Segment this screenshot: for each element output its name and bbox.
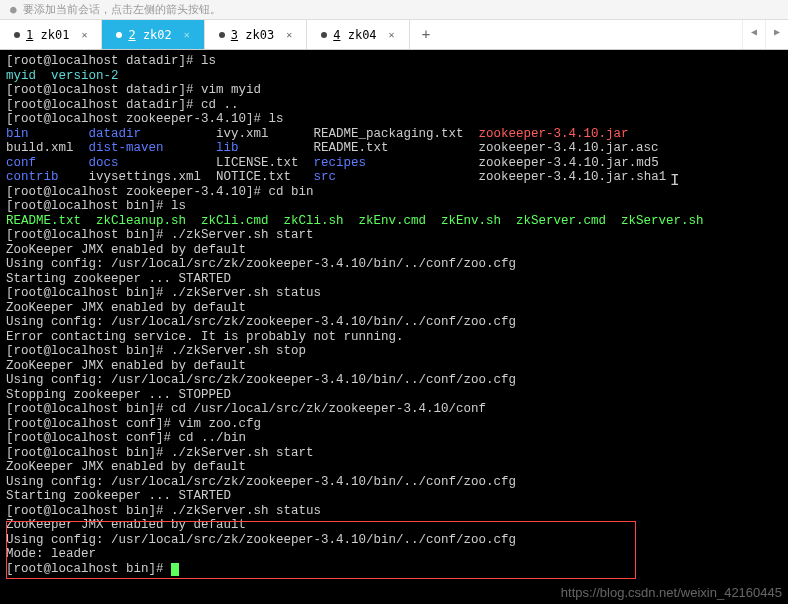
status-dot-icon xyxy=(219,32,225,38)
close-icon[interactable]: ✕ xyxy=(81,29,87,40)
tab-zk02[interactable]: 2 zk02 ✕ xyxy=(102,20,204,49)
terminal-line: [root@localhost conf]# cd ../bin xyxy=(6,431,782,446)
terminal-line: [root@localhost datadir]# cd .. xyxy=(6,98,782,113)
terminal-line: Using config: /usr/local/src/zk/zookeepe… xyxy=(6,373,782,388)
terminal-line: [root@localhost bin]# ls xyxy=(6,199,782,214)
status-dot-icon xyxy=(14,32,20,38)
terminal-line: Error contacting service. It is probably… xyxy=(6,330,782,345)
terminal-line: myid version-2 xyxy=(6,69,782,84)
terminal-line: ZooKeeper JMX enabled by default xyxy=(6,301,782,316)
close-icon[interactable]: ✕ xyxy=(286,29,292,40)
terminal-line: [root@localhost bin]# ./zkServer.sh star… xyxy=(6,228,782,243)
terminal-line: [root@localhost bin]# cd /usr/local/src/… xyxy=(6,402,782,417)
terminal-line: [root@localhost bin]# ./zkServer.sh stop xyxy=(6,344,782,359)
terminal-line: Using config: /usr/local/src/zk/zookeepe… xyxy=(6,315,782,330)
tab-prev-button[interactable]: ◀ xyxy=(742,20,765,49)
terminal-line: ZooKeeper JMX enabled by default xyxy=(6,243,782,258)
terminal-line: Using config: /usr/local/src/zk/zookeepe… xyxy=(6,475,782,490)
tab-bar: 1 zk01 ✕ 2 zk02 ✕ 3 zk03 ✕ 4 zk04 ✕ + ◀ … xyxy=(0,20,788,50)
close-icon[interactable]: ✕ xyxy=(389,29,395,40)
status-dot-icon xyxy=(321,32,327,38)
terminal-line: ZooKeeper JMX enabled by default xyxy=(6,460,782,475)
terminal-line: ZooKeeper JMX enabled by default xyxy=(6,359,782,374)
terminal-line: bin datadir ivy.xml README_packaging.txt… xyxy=(6,127,782,142)
watermark: https://blog.csdn.net/weixin_42160445 xyxy=(561,586,782,601)
terminal-line: [root@localhost bin]# ./zkServer.sh stat… xyxy=(6,286,782,301)
terminal-line: [root@localhost datadir]# ls xyxy=(6,54,782,69)
terminal-line: contrib ivysettings.xml NOTICE.txt src z… xyxy=(6,170,782,185)
terminal-line: build.xml dist-maven lib README.txt zook… xyxy=(6,141,782,156)
terminal-line: Mode: leader xyxy=(6,547,782,562)
terminal-line: [root@localhost bin]# xyxy=(6,562,782,577)
tab-next-button[interactable]: ▶ xyxy=(765,20,788,49)
terminal-line: Starting zookeeper ... STARTED xyxy=(6,272,782,287)
terminal-line: Starting zookeeper ... STARTED xyxy=(6,489,782,504)
add-tab-button[interactable]: + xyxy=(410,20,442,49)
tab-zk01[interactable]: 1 zk01 ✕ xyxy=(0,20,102,49)
terminal-line: [root@localhost bin]# ./zkServer.sh stat… xyxy=(6,504,782,519)
terminal-line: README.txt zkCleanup.sh zkCli.cmd zkCli.… xyxy=(6,214,782,229)
terminal-line: [root@localhost datadir]# vim myid xyxy=(6,83,782,98)
tab-label: 3 zk03 xyxy=(231,28,274,42)
terminal-line: conf docs LICENSE.txt recipes zookeeper-… xyxy=(6,156,782,171)
tab-label: 2 zk02 xyxy=(128,28,171,42)
close-icon[interactable]: ✕ xyxy=(184,29,190,40)
terminal-line: [root@localhost bin]# ./zkServer.sh star… xyxy=(6,446,782,461)
terminal-line: [root@localhost zookeeper-3.4.10]# ls xyxy=(6,112,782,127)
tab-nav: ◀ ▶ xyxy=(742,20,788,49)
top-hint-bar: ● 要添加当前会话，点击左侧的箭头按钮。 xyxy=(0,0,788,20)
tab-label: 1 zk01 xyxy=(26,28,69,42)
terminal[interactable]: I https://blog.csdn.net/weixin_42160445 … xyxy=(0,50,788,604)
tab-label: 4 zk04 xyxy=(333,28,376,42)
terminal-line: Using config: /usr/local/src/zk/zookeepe… xyxy=(6,257,782,272)
terminal-line: ZooKeeper JMX enabled by default xyxy=(6,518,782,533)
terminal-line: [root@localhost zookeeper-3.4.10]# cd bi… xyxy=(6,185,782,200)
tab-zk04[interactable]: 4 zk04 ✕ xyxy=(307,20,409,49)
terminal-line: [root@localhost conf]# vim zoo.cfg xyxy=(6,417,782,432)
tab-zk03[interactable]: 3 zk03 ✕ xyxy=(205,20,307,49)
terminal-line: Using config: /usr/local/src/zk/zookeepe… xyxy=(6,533,782,548)
terminal-line: Stopping zookeeper ... STOPPED xyxy=(6,388,782,403)
status-dot-icon xyxy=(116,32,122,38)
